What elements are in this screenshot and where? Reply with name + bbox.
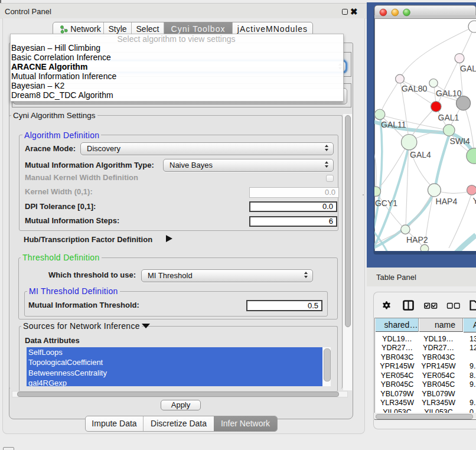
svg-text:GAL10: GAL10 (436, 89, 462, 98)
svg-text:GAL7: GAL7 (460, 64, 476, 73)
svg-text:HAP4: HAP4 (436, 197, 458, 206)
svg-text:HAP2: HAP2 (406, 235, 428, 244)
svg-text:GAL11: GAL11 (381, 120, 406, 129)
svg-text:SWI4: SWI4 (450, 136, 470, 146)
svg-text:GAL1: GAL1 (438, 113, 459, 122)
svg-text:GAL80: GAL80 (402, 84, 428, 93)
svg-text:GCY1: GCY1 (375, 198, 397, 208)
svg-text:GAL4: GAL4 (410, 150, 431, 159)
svg-text:Y: Y (473, 196, 476, 206)
